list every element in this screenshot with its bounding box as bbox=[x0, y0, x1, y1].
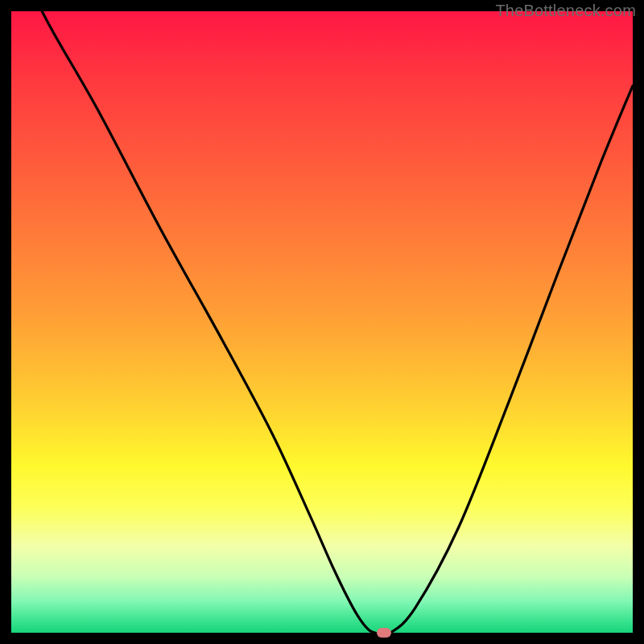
bottleneck-curve bbox=[11, 11, 633, 633]
plot-area bbox=[11, 11, 633, 633]
watermark: TheBottleneck.com bbox=[495, 2, 636, 20]
optimal-point-marker bbox=[377, 628, 391, 638]
chart-frame: TheBottleneck.com bbox=[0, 0, 644, 644]
